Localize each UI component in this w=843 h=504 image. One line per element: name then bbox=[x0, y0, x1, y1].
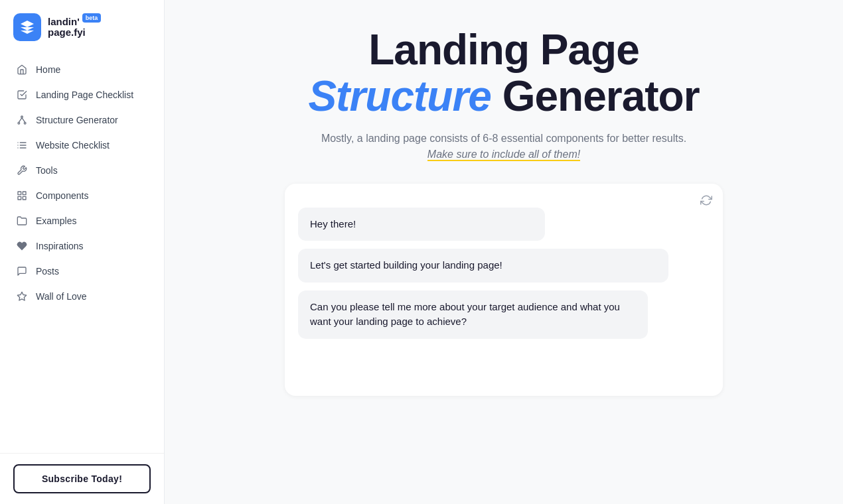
page-subtitle: Mostly, a landing page consists of 6-8 e… bbox=[308, 131, 699, 162]
logo-text: landin'beta page.fyi bbox=[48, 17, 101, 38]
heart-icon bbox=[16, 240, 28, 252]
posts-icon bbox=[16, 265, 28, 277]
logo-icon bbox=[13, 13, 41, 41]
sidebar-item-tools[interactable]: Tools bbox=[8, 158, 156, 183]
home-icon bbox=[16, 64, 28, 76]
sidebar-item-structure-generator[interactable]: Structure Generator bbox=[8, 107, 156, 133]
logo-domain: page.fyi bbox=[48, 27, 101, 38]
refresh-icon[interactable] bbox=[700, 194, 712, 208]
page-subtitle-emphasis: Make sure to include all of them! bbox=[427, 149, 580, 161]
logo-area[interactable]: landin'beta page.fyi bbox=[0, 0, 164, 57]
sidebar-item-tools-label: Tools bbox=[36, 165, 58, 176]
page-subtitle-text: Mostly, a landing page consists of 6-8 e… bbox=[321, 133, 686, 144]
components-icon bbox=[16, 190, 28, 202]
chat-container: Hey there! Let's get started building yo… bbox=[285, 184, 723, 396]
structure-icon bbox=[16, 114, 28, 126]
sidebar-item-posts[interactable]: Posts bbox=[8, 259, 156, 284]
svg-rect-12 bbox=[23, 192, 26, 195]
sidebar-item-components[interactable]: Components bbox=[8, 183, 156, 208]
sidebar-footer: Subscribe Today! bbox=[0, 453, 164, 504]
sidebar-item-wall-of-love[interactable]: Wall of Love bbox=[8, 284, 156, 309]
page-title-line2: Structure Generator bbox=[308, 73, 699, 119]
tools-icon bbox=[16, 164, 28, 176]
chat-message-2: Let's get started building your landing … bbox=[298, 249, 668, 283]
sidebar-item-website-checklist-label: Website Checklist bbox=[36, 140, 110, 151]
logo-name: landin'beta bbox=[48, 17, 101, 28]
sidebar-item-examples[interactable]: Examples bbox=[8, 208, 156, 233]
checklist-icon bbox=[16, 89, 28, 101]
chat-message-1: Hey there! bbox=[298, 208, 545, 241]
svg-rect-14 bbox=[18, 196, 21, 200]
sidebar-item-landing-page-checklist-label: Landing Page Checklist bbox=[36, 90, 133, 100]
page-title-highlight: Structure bbox=[308, 72, 491, 120]
sidebar-item-structure-generator-label: Structure Generator bbox=[36, 115, 118, 125]
sidebar-item-inspirations[interactable]: Inspirations bbox=[8, 233, 156, 259]
sidebar-item-website-checklist[interactable]: Website Checklist bbox=[8, 133, 156, 158]
svg-rect-11 bbox=[18, 192, 21, 195]
sidebar-item-home-label: Home bbox=[36, 64, 60, 75]
svg-line-4 bbox=[22, 118, 25, 123]
svg-rect-13 bbox=[23, 196, 26, 200]
svg-marker-15 bbox=[17, 292, 26, 300]
page-title-line1: Landing Page bbox=[308, 27, 699, 73]
nav-list: Home Landing Page Checklist Structure Ge… bbox=[0, 57, 164, 453]
subscribe-button[interactable]: Subscribe Today! bbox=[13, 464, 151, 493]
love-icon bbox=[16, 290, 28, 302]
sidebar: landin'beta page.fyi Home Landing Page C… bbox=[0, 0, 165, 504]
sidebar-item-inspirations-label: Inspirations bbox=[36, 241, 84, 251]
chat-messages: Hey there! Let's get started building yo… bbox=[298, 208, 710, 339]
page-title-rest: Generator bbox=[491, 72, 700, 120]
svg-line-3 bbox=[19, 118, 22, 123]
sidebar-item-examples-label: Examples bbox=[36, 216, 76, 226]
list-icon bbox=[16, 139, 28, 151]
beta-badge: beta bbox=[82, 13, 102, 23]
chat-message-3: Can you please tell me more about your t… bbox=[298, 290, 648, 339]
sidebar-item-home[interactable]: Home bbox=[8, 57, 156, 82]
page-header: Landing Page Structure Generator Mostly,… bbox=[308, 27, 699, 162]
sidebar-item-components-label: Components bbox=[36, 190, 88, 201]
sidebar-item-wall-of-love-label: Wall of Love bbox=[36, 291, 87, 302]
examples-icon bbox=[16, 215, 28, 227]
sidebar-item-landing-page-checklist[interactable]: Landing Page Checklist bbox=[8, 82, 156, 107]
sidebar-item-posts-label: Posts bbox=[36, 266, 59, 277]
main-content: Landing Page Structure Generator Mostly,… bbox=[165, 0, 843, 504]
